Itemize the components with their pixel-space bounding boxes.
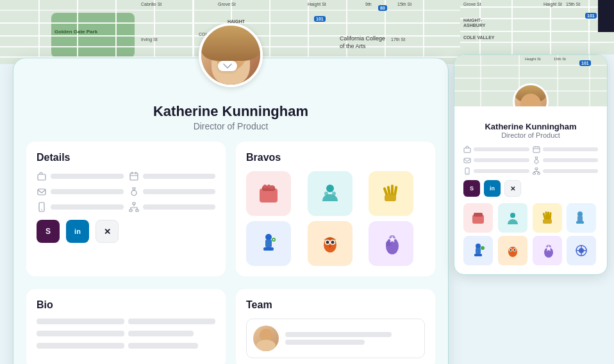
popup-bravo-6[interactable] <box>498 236 527 265</box>
bio-line-1 <box>37 318 124 324</box>
popup-bravo-2[interactable] <box>498 203 527 233</box>
map-label-haight-r: Haight St <box>543 2 562 6</box>
popup-label-15th: 15th St <box>554 57 566 61</box>
scroll-indicator <box>218 61 237 71</box>
dark-corner <box>598 0 614 32</box>
popup-briefcase-icon <box>463 145 471 153</box>
road-v3 <box>115 0 117 64</box>
svg-rect-23 <box>265 240 272 247</box>
popup-bravo-1[interactable] <box>463 203 493 233</box>
map-label-17th: 17th St <box>391 37 405 42</box>
svg-rect-42 <box>535 168 538 170</box>
popup-calendar-icon <box>533 145 540 153</box>
org-icon <box>129 202 139 212</box>
svg-point-59 <box>481 246 485 250</box>
popup-phone-icon <box>463 167 471 175</box>
mail-icon <box>37 186 47 197</box>
popup-org-icon <box>533 167 540 175</box>
map-label-15th-r: 15th St <box>566 2 580 6</box>
popup-slack-button[interactable]: S <box>463 180 480 197</box>
bio-title: Bio <box>37 299 215 311</box>
road-v4 <box>154 0 155 64</box>
bravo-teamwork[interactable] <box>308 171 353 216</box>
svg-rect-44 <box>537 173 540 175</box>
popup-map-bg: 101 Haight St 15th St <box>454 55 607 106</box>
svg-rect-37 <box>533 147 540 153</box>
bio-line-4 <box>128 331 194 336</box>
svg-rect-57 <box>476 248 481 254</box>
team-member-row <box>246 318 425 358</box>
main-profile-card: Katherine Kunningham Director of Product… <box>13 58 449 364</box>
team-member-role-line <box>285 340 365 345</box>
popup-bravo-3[interactable] <box>533 203 562 233</box>
team-card: Team <box>236 289 435 364</box>
bravo-star[interactable] <box>369 221 413 266</box>
bravo-owl[interactable] <box>308 221 353 266</box>
right-map-area: Grove St 101 Haight St HAIGHT-ASHBURY CO… <box>460 0 614 54</box>
calendar-icon <box>129 171 139 181</box>
map-label-9th: 9th <box>365 2 372 6</box>
team-member-avatar <box>253 326 279 351</box>
details-card: Details <box>26 142 226 276</box>
svg-rect-7 <box>129 210 132 211</box>
map-label-haight-st: Haight St <box>308 2 326 6</box>
medal-icon <box>129 186 139 197</box>
linkedin-button[interactable]: in <box>66 220 89 243</box>
bravos-card: Bravos <box>236 142 435 276</box>
popup-linkedin-button[interactable]: in <box>484 180 501 197</box>
svg-rect-8 <box>136 210 138 211</box>
bravo-fist[interactable] <box>246 171 291 216</box>
avatar <box>199 23 263 87</box>
highway-80-badge: 80 <box>378 5 387 11</box>
popup-medal-icon <box>533 156 540 164</box>
briefcase-icon <box>37 171 47 181</box>
map-label-cole-r: COLE VALLEY <box>463 35 494 40</box>
twitter-button[interactable]: ✕ <box>95 220 119 243</box>
svg-point-3 <box>131 190 137 195</box>
svg-point-41 <box>467 172 467 173</box>
map-label-grove-r: Grove St <box>463 2 481 6</box>
svg-point-60 <box>508 247 517 257</box>
road-v9 <box>346 0 347 64</box>
bio-line-2 <box>128 318 216 324</box>
details-title: Details <box>37 152 215 163</box>
svg-rect-43 <box>533 173 535 175</box>
svg-rect-6 <box>133 203 135 204</box>
popup-mail-icon <box>463 156 471 164</box>
profile-header <box>167 23 295 87</box>
svg-rect-24 <box>263 247 274 251</box>
svg-rect-54 <box>577 216 583 222</box>
svg-point-64 <box>513 249 515 251</box>
svg-point-14 <box>326 185 334 192</box>
svg-point-16 <box>332 192 336 195</box>
bravo-chess[interactable] <box>246 221 291 266</box>
svg-rect-55 <box>576 221 584 224</box>
popup-bravo-4[interactable] <box>567 203 596 233</box>
svg-rect-4 <box>39 203 44 211</box>
profile-title: Director of Product <box>26 121 435 131</box>
bio-card: Bio <box>26 289 226 364</box>
park-label: Golden Gate Park <box>54 29 97 35</box>
popup-bravo-7[interactable] <box>533 236 562 265</box>
svg-point-53 <box>577 211 583 217</box>
slack-button[interactable]: S <box>37 220 60 243</box>
svg-point-29 <box>326 241 329 244</box>
svg-point-47 <box>510 213 515 218</box>
svg-point-34 <box>386 241 391 246</box>
popup-bravo-8[interactable] <box>567 236 596 265</box>
popup-content: Katherine Kunningham Director of Product <box>454 106 607 274</box>
profile-name-title: Katherine Kunningham Director of Product <box>13 103 448 131</box>
bravo-hand[interactable] <box>369 171 413 216</box>
popup-twitter-button[interactable]: ✕ <box>504 180 521 197</box>
team-member-name-line <box>285 332 392 337</box>
svg-rect-21 <box>385 195 396 201</box>
svg-point-39 <box>535 160 538 163</box>
map-label-cabrillo: Cabrillo St <box>141 2 162 6</box>
profile-name: Katherine Kunningham <box>26 103 435 120</box>
popup-bravo-5[interactable] <box>463 236 493 265</box>
svg-rect-11 <box>263 185 267 188</box>
svg-point-63 <box>510 249 511 251</box>
map-label-15th: 15th St <box>397 2 411 6</box>
svg-point-22 <box>265 234 272 240</box>
highway-101-badge-r: 101 <box>585 13 597 19</box>
